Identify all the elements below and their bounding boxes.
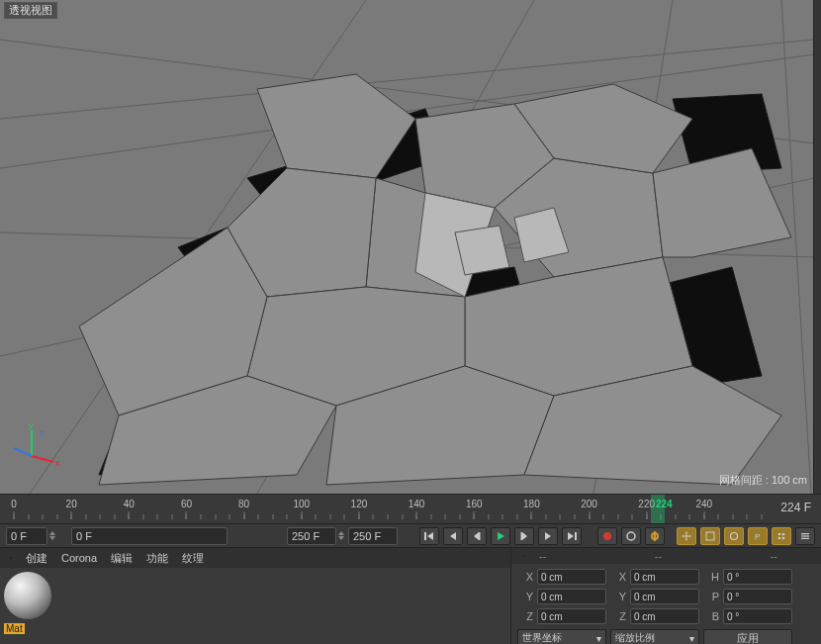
tick-label: 180 — [523, 499, 540, 509]
svg-line-7 — [781, 0, 811, 494]
coord-label: Z — [610, 610, 626, 622]
coord-field[interactable]: 0 ° — [723, 589, 792, 604]
material-manager: 创建 Corona 编辑 功能 纹理 Mat — [0, 548, 510, 644]
coord-menu-bar: -- -- -- — [511, 548, 821, 564]
coord-dash2: -- — [649, 548, 668, 564]
svg-marker-41 — [474, 532, 479, 540]
coord-field[interactable]: 0 cm — [630, 589, 699, 604]
next-key-button[interactable] — [514, 527, 534, 545]
svg-marker-54 — [685, 539, 687, 541]
rotate-toggle[interactable] — [724, 527, 744, 545]
autokey-button[interactable] — [621, 527, 641, 545]
apply-button[interactable]: 应用 — [703, 629, 792, 644]
current-frame-display: 224 F — [780, 501, 811, 514]
prev-key-button[interactable] — [467, 527, 487, 545]
coord-label: Z — [517, 610, 533, 622]
goto-end-button[interactable] — [562, 527, 582, 545]
material-preview[interactable] — [4, 572, 51, 619]
coord-label: X — [517, 571, 533, 583]
coord-field[interactable]: 0 ° — [723, 569, 792, 585]
svg-marker-56 — [689, 535, 691, 537]
start-stepper[interactable] — [49, 527, 55, 545]
options-button[interactable] — [795, 527, 815, 545]
svg-rect-66 — [801, 533, 809, 534]
svg-rect-38 — [424, 532, 426, 540]
transport-bar: 0 F 0 F 250 F 250 F P — [0, 523, 821, 547]
play-button[interactable] — [491, 527, 510, 545]
coord-label: H — [703, 571, 719, 583]
svg-point-49 — [603, 532, 611, 540]
viewport[interactable]: 透视视图 — [0, 0, 814, 494]
tick-label: 100 — [293, 499, 310, 509]
svg-point-64 — [778, 536, 781, 539]
tick-label: 80 — [238, 499, 249, 509]
scale-toggle[interactable] — [700, 527, 720, 545]
tick-label: 160 — [466, 499, 483, 509]
coord-field[interactable]: 0 cm — [537, 608, 606, 624]
svg-rect-68 — [801, 537, 809, 538]
menu-create[interactable]: 创建 — [20, 549, 53, 568]
axis-gizmo: x y z — [12, 422, 61, 472]
grid-spacing-label: 网格间距 : 100 cm — [719, 473, 807, 488]
param-toggle[interactable]: P — [748, 527, 768, 545]
viewport-render — [0, 0, 814, 494]
coord-menu-icon[interactable] — [517, 549, 531, 563]
menu-function[interactable]: 功能 — [140, 549, 174, 568]
keyframe-button[interactable] — [645, 527, 665, 545]
coord-mode-dropdown[interactable]: 缩放比例▾ — [610, 629, 699, 644]
record-button[interactable] — [597, 527, 617, 545]
svg-marker-55 — [682, 535, 684, 537]
tick-label: 60 — [181, 499, 192, 509]
menu-texture[interactable]: 纹理 — [176, 549, 210, 568]
axis-x-label: x — [55, 458, 60, 468]
svg-rect-59 — [706, 532, 714, 540]
svg-point-63 — [782, 532, 785, 535]
current-frame-label: 224 — [656, 499, 673, 509]
axis-y-label: y — [29, 422, 34, 430]
svg-point-65 — [782, 536, 785, 539]
end-stepper[interactable] — [338, 527, 344, 545]
tick-label: 0 — [11, 499, 17, 509]
tick-label: 40 — [124, 499, 135, 509]
panel-menu-icon[interactable] — [4, 551, 18, 565]
coord-field[interactable]: 0 ° — [723, 608, 792, 624]
coord-label: Y — [610, 591, 626, 602]
menu-edit[interactable]: 编辑 — [105, 549, 138, 568]
tick-label: 20 — [66, 499, 77, 509]
timeline-ruler[interactable]: 020406080100120140160180200220240224 224… — [0, 494, 821, 523]
coord-field[interactable]: 0 cm — [537, 589, 606, 604]
axis-z-label: z — [40, 428, 45, 438]
svg-marker-47 — [568, 532, 574, 540]
material-list-area[interactable]: Mat — [0, 568, 510, 644]
step-forward-button[interactable] — [538, 527, 558, 545]
bottom-panels: 创建 Corona 编辑 功能 纹理 Mat -- -- -- X0 cmX0 … — [0, 547, 821, 644]
tick-label: 120 — [351, 499, 368, 509]
svg-point-50 — [627, 532, 635, 540]
step-back-button[interactable] — [443, 527, 463, 545]
svg-point-62 — [778, 532, 781, 535]
svg-rect-42 — [479, 532, 481, 540]
coord-label: P — [703, 591, 719, 602]
coord-dash3: -- — [765, 548, 783, 564]
goto-start-button[interactable] — [419, 527, 439, 545]
svg-marker-44 — [522, 532, 527, 540]
svg-marker-40 — [450, 532, 456, 540]
pla-toggle[interactable] — [772, 527, 791, 545]
svg-rect-48 — [575, 532, 577, 540]
material-name-label[interactable]: Mat — [4, 623, 25, 634]
menu-corona[interactable]: Corona — [55, 550, 103, 566]
svg-line-37 — [14, 448, 32, 456]
coord-label: Y — [517, 591, 533, 602]
coord-space-dropdown[interactable]: 世界坐标▾ — [517, 629, 606, 644]
svg-point-60 — [731, 532, 738, 539]
coord-field[interactable]: 0 cm — [630, 608, 699, 624]
move-toggle[interactable] — [677, 527, 696, 545]
svg-marker-34 — [455, 226, 509, 275]
svg-marker-46 — [545, 532, 551, 540]
svg-rect-67 — [801, 535, 809, 536]
timeline-end-label: 250 F — [348, 527, 398, 545]
range-start-field[interactable]: 0 F — [71, 527, 228, 545]
coord-field[interactable]: 0 cm — [630, 569, 699, 585]
coord-field[interactable]: 0 cm — [537, 569, 606, 585]
range-end-field[interactable]: 250 F — [287, 527, 336, 545]
